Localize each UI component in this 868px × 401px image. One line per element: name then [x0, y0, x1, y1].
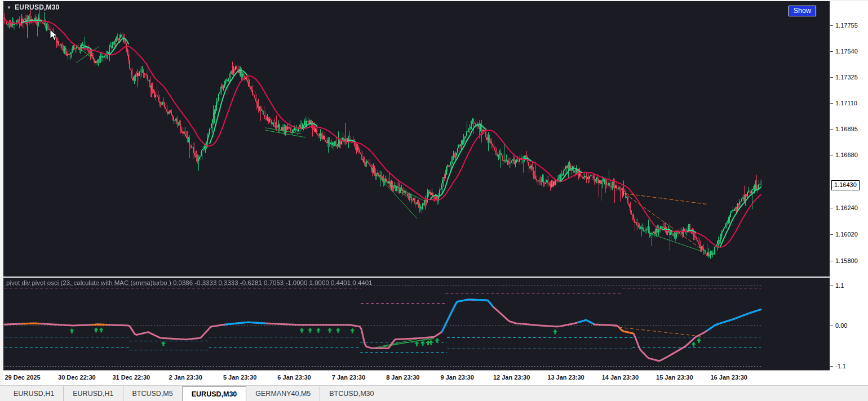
price-scale-label: 1.16680: [835, 152, 858, 158]
mouse-cursor: [50, 29, 59, 42]
time-axis-label: 5 Jan 23:30: [223, 374, 256, 381]
price-scale-label: 1.17540: [835, 48, 858, 55]
scale-tick: [830, 286, 833, 286]
time-axis-label: 13 Jan 23:30: [547, 374, 584, 381]
time-axis-label: 9 Jan 23:30: [441, 374, 474, 381]
chart-tab-5-btcusd-m30[interactable]: BTCUSD,M30: [320, 386, 383, 401]
scale-tick: [830, 77, 833, 78]
time-axis-label: 8 Jan 23:30: [386, 374, 419, 381]
chart-tab-bar: EURUSD,H1EURUSD,H1BTCUSD,M5EURUSD,M30GER…: [0, 385, 868, 401]
chart-symbol-label: ▼ EURUSD,M30: [7, 3, 59, 11]
time-axis-label: 16 Jan 23:30: [710, 374, 747, 381]
time-axis-label: 2 Jan 23:30: [169, 374, 202, 381]
indicator-scale-label: -1.1: [835, 363, 846, 369]
time-axis-label: 30 Dec 22:30: [58, 374, 96, 381]
indicator-label: pivot div pivot osci (23, calculate with…: [6, 279, 373, 286]
time-axis-label: 14 Jan 23:30: [602, 374, 639, 381]
chart-tab-3-eurusd-m30[interactable]: EURUSD,M30: [182, 386, 247, 401]
price-scale-label: 1.17755: [835, 22, 858, 29]
scale-tick: [830, 129, 833, 130]
scale-tick: [830, 208, 833, 208]
chevron-down-icon[interactable]: ▼: [7, 5, 11, 10]
price-scale[interactable]: 1.16430 1.177551.175401.173251.171101.16…: [830, 1, 868, 385]
price-scale-label: 1.17325: [835, 74, 858, 81]
show-button[interactable]: Show: [789, 6, 816, 16]
time-axis-label: 15 Jan 23:30: [656, 374, 693, 381]
current-price-box: 1.16430: [831, 180, 860, 190]
chart-tab-4-germany40-m5[interactable]: GERMANY40,M5: [246, 386, 320, 401]
scale-tick: [830, 326, 833, 326]
time-axis-label: 31 Dec 22:30: [112, 374, 150, 381]
time-axis-label: 6 Jan 23:30: [277, 374, 311, 381]
scale-tick: [830, 155, 833, 155]
scale-tick: [830, 234, 833, 235]
price-scale-label: 1.16895: [835, 126, 858, 132]
price-scale-label: 1.15800: [835, 257, 858, 264]
indicator-scale-label: 0.00: [835, 322, 847, 329]
price-scale-label: 1.16240: [835, 204, 858, 211]
time-axis-label: 29 Dec 2025: [5, 374, 41, 381]
scale-tick: [830, 261, 833, 261]
price-chart-panel: ▼ EURUSD,M30 Show: [3, 1, 830, 277]
chart-tab-1-eurusd-h1[interactable]: EURUSD,H1: [63, 386, 122, 401]
price-scale-label: 1.16020: [835, 231, 858, 238]
time-axis-label: 7 Jan 23:30: [332, 374, 365, 381]
time-axis-label: 12 Jan 23:30: [493, 374, 530, 381]
symbol-text: EURUSD,M30: [15, 3, 59, 11]
price-chart-canvas[interactable]: [3, 1, 830, 277]
chart-tab-2-btcusd-m5[interactable]: BTCUSD,M5: [123, 386, 182, 401]
indicator-panel: pivot div pivot osci (23, calculate with…: [3, 278, 830, 370]
indicator-canvas[interactable]: [3, 278, 830, 370]
indicator-scale-label: 1.1: [835, 282, 844, 289]
scale-tick: [830, 25, 833, 26]
scale-tick: [830, 51, 833, 52]
chart-tab-0-eurusd-h1[interactable]: EURUSD,H1: [5, 386, 63, 401]
scale-tick: [830, 366, 833, 367]
price-scale-label: 1.17110: [835, 100, 857, 106]
scale-tick: [830, 103, 833, 104]
mt4-terminal: ▼ EURUSD,M30 Show pivot div pivot osci (…: [0, 0, 868, 401]
time-axis[interactable]: 29 Dec 202530 Dec 22:3031 Dec 22:302 Jan…: [3, 370, 868, 385]
